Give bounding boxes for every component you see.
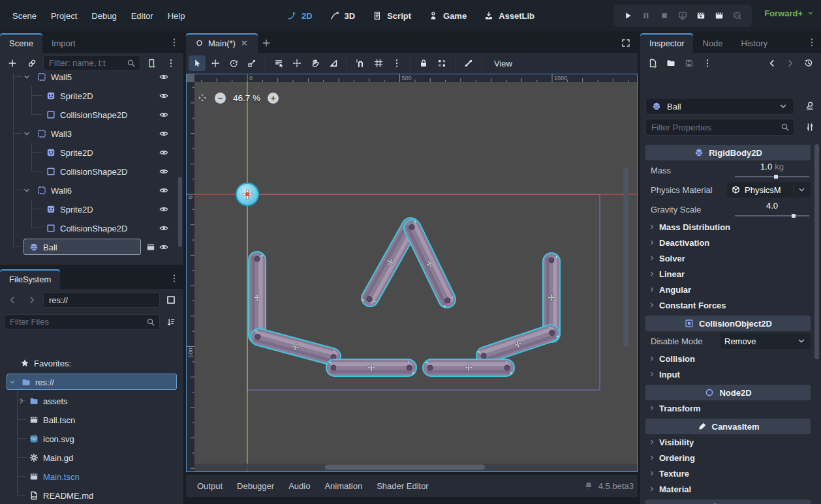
play-custom-scene-button[interactable]	[711, 8, 727, 23]
fs-split-mode-button[interactable]	[163, 292, 179, 308]
zoom-in-button[interactable]: +	[268, 93, 279, 104]
smart-snap-toggle[interactable]	[352, 55, 369, 71]
pause-button[interactable]	[638, 8, 654, 23]
tree-row-wall3[interactable]: Wall3	[0, 124, 183, 143]
new-resource-button[interactable]	[644, 55, 661, 71]
tab-filesystem[interactable]: FileSystem	[0, 269, 60, 289]
close-icon[interactable]	[240, 38, 249, 48]
menu-scene[interactable]: Scene	[5, 8, 44, 24]
open-scene-icon[interactable]	[146, 242, 156, 252]
property-editor-disable-mode[interactable]: Remove	[720, 333, 811, 349]
new-scene-tab-button[interactable]	[258, 35, 275, 51]
section-visibility[interactable]: Visibility	[645, 434, 811, 450]
renderer-selector[interactable]: Forward+	[764, 8, 814, 18]
visibility-eye-icon[interactable]	[159, 91, 169, 101]
section-deactivation[interactable]: Deactivation	[645, 235, 811, 250]
tree-row-wall6[interactable]: Wall6	[0, 181, 183, 200]
section-texture[interactable]: Texture	[645, 466, 811, 481]
play-scene-button[interactable]	[693, 8, 709, 23]
snap-options-menu[interactable]	[388, 55, 405, 71]
view-menu-button[interactable]: View	[487, 55, 519, 72]
grid-snap-toggle[interactable]	[370, 55, 387, 71]
slider-handle[interactable]	[792, 214, 796, 218]
section-solver[interactable]: Solver	[645, 250, 811, 266]
move-tool[interactable]	[207, 55, 224, 71]
slider-handle[interactable]	[774, 175, 778, 179]
expander-icon[interactable]	[22, 73, 31, 82]
fs-path-input[interactable]	[43, 292, 160, 308]
tab-history[interactable]: History	[732, 33, 777, 53]
tree-row-sprite2d[interactable]: Sprite2D	[0, 86, 183, 105]
fs-row-main-tscn[interactable]: Main.tscn	[0, 467, 183, 486]
dock-menu-icon[interactable]	[169, 273, 179, 284]
dock-menu-icon[interactable]	[807, 37, 817, 48]
expander-icon[interactable]	[17, 396, 26, 406]
context-tab-game[interactable]: Game	[422, 7, 473, 24]
fs-sort-button[interactable]	[163, 314, 179, 330]
lock-selected-button[interactable]	[415, 55, 432, 71]
scene-tab-main[interactable]: Main(*)	[186, 33, 258, 53]
section-transform[interactable]: Transform	[645, 400, 811, 416]
fs-row-res-[interactable]: res://	[0, 372, 183, 391]
scene-menu-button[interactable]	[163, 55, 179, 71]
menu-editor[interactable]: Editor	[124, 8, 161, 24]
ruler-tool[interactable]	[325, 55, 342, 71]
visibility-eye-icon[interactable]	[159, 147, 169, 158]
expander-icon[interactable]	[22, 128, 31, 139]
tree-row-sprite2d[interactable]: Sprite2D	[0, 200, 183, 218]
remote-debug-button[interactable]	[675, 8, 690, 23]
rotate-tool[interactable]	[225, 55, 242, 71]
history-forward-button[interactable]	[782, 55, 799, 71]
property-editor-gravity-scale[interactable]: 4.0	[734, 201, 811, 218]
pick-tool[interactable]	[288, 55, 305, 71]
expander-icon[interactable]	[22, 185, 31, 196]
open-docs-button[interactable]: DOC	[801, 98, 818, 115]
tab-scene[interactable]: Scene	[0, 33, 42, 53]
list-select-tool[interactable]	[270, 55, 287, 71]
visibility-eye-icon[interactable]	[159, 128, 169, 139]
edited-object-selector[interactable]: Ball	[645, 98, 794, 115]
visibility-eye-icon[interactable]	[159, 204, 169, 215]
fs-row-ball-tscn[interactable]: Ball.tscn	[0, 410, 183, 429]
tab-node[interactable]: Node	[693, 33, 732, 53]
bottom-tab-shader-editor[interactable]: Shader Editor	[369, 477, 436, 495]
property-tools-button[interactable]	[801, 119, 818, 136]
save-resource-button[interactable]	[681, 55, 698, 71]
stop-button[interactable]	[657, 8, 672, 23]
fs-row-readme-md[interactable]: TXTREADME.md	[0, 486, 183, 504]
bottom-tab-audio[interactable]: Audio	[281, 477, 317, 495]
inspector-scrollbar[interactable]	[814, 144, 819, 359]
wall-capsule[interactable]	[423, 359, 514, 376]
fs-forward-button[interactable]	[23, 292, 40, 308]
zoom-percent[interactable]: 46.7 %	[233, 93, 260, 103]
visibility-eye-icon[interactable]	[159, 110, 169, 120]
group-selected-button[interactable]	[433, 55, 450, 71]
load-resource-button[interactable]	[662, 55, 679, 71]
bottom-tab-debugger[interactable]: Debugger	[230, 477, 281, 495]
section-linear[interactable]: Linear	[645, 266, 811, 282]
property-editor-physics-material[interactable]: PhysicsM	[727, 182, 811, 198]
scene-tree-scrollbar[interactable]	[178, 177, 182, 247]
section-input[interactable]: Input	[645, 366, 811, 382]
movie-maker-button[interactable]	[730, 8, 745, 23]
fs-row-favorites-[interactable]: Favorites:	[0, 353, 183, 372]
fs-row-main-gd[interactable]: Main.gd	[0, 448, 183, 467]
tree-row-wall5[interactable]: Wall5	[0, 73, 183, 86]
visibility-eye-icon[interactable]	[159, 185, 169, 196]
menu-project[interactable]: Project	[44, 8, 84, 24]
instantiate-scene-button[interactable]	[23, 55, 40, 71]
fs-filter-input[interactable]	[4, 314, 160, 330]
context-tab-3d[interactable]: 3D	[323, 7, 362, 24]
visibility-eye-icon[interactable]	[159, 242, 169, 252]
object-history-button[interactable]	[800, 55, 817, 71]
section-ordering[interactable]: Ordering	[645, 450, 811, 466]
visibility-eye-icon[interactable]	[159, 223, 169, 233]
bottom-tab-output[interactable]: Output	[190, 477, 230, 495]
resource-menu-button[interactable]	[699, 55, 716, 71]
fs-row-assets[interactable]: assets	[0, 391, 183, 410]
pan-tool[interactable]	[307, 55, 324, 71]
notification-bell-icon[interactable]	[583, 481, 594, 491]
tree-row-collisionshape2d[interactable]: CollisionShape2D	[0, 105, 183, 124]
section-material[interactable]: Material	[645, 481, 811, 497]
tree-row-collisionshape2d[interactable]: CollisionShape2D	[0, 162, 183, 181]
